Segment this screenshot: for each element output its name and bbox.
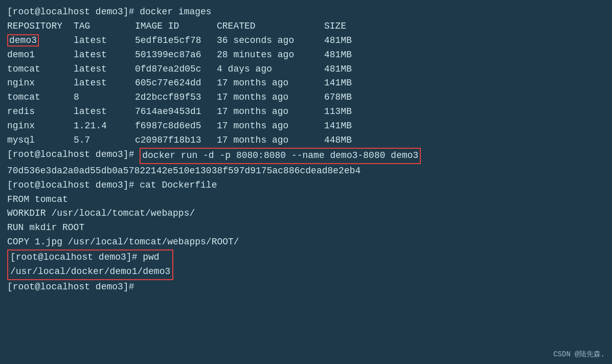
prompt: [root@localhost demo3]#: [7, 178, 140, 193]
hash-text: 70d536e3da2a0ad55db0a57822142e510e13038f…: [7, 164, 360, 178]
col-header-created: CREATED: [217, 19, 324, 34]
created-cell: 17 months ago: [217, 133, 324, 148]
tag-cell: latest: [74, 105, 135, 119]
col-header-tag: TAG: [74, 19, 135, 34]
col-header-repo: REPOSITORY: [7, 19, 74, 34]
row-mysql: mysql 5.7 c20987f18b13 17 months ago 448…: [7, 133, 605, 148]
size-cell: 481MB: [324, 62, 352, 77]
size-cell: 113MB: [324, 105, 352, 119]
repo-cell: tomcat: [7, 90, 74, 105]
col-header-size: SIZE: [324, 19, 346, 34]
line-final-prompt: [root@localhost demo3]#: [7, 280, 605, 294]
header-row: REPOSITORYTAGIMAGE IDCREATEDSIZE: [7, 19, 605, 34]
prompt: [root@localhost demo3]#: [7, 280, 140, 294]
row-tomcat-8: tomcat 8 2d2bccf89f53 17 months ago 678M…: [7, 90, 605, 105]
id-cell: 5edf81e5cf78: [135, 34, 217, 48]
tag-cell: 8: [74, 90, 135, 105]
line-cat-dockerfile: [root@localhost demo3]# cat Dockerfile: [7, 178, 605, 193]
row-nginx-1214: nginx 1.21.4 f6987c8d6ed5 17 months ago …: [7, 119, 605, 133]
id-cell: 605c77e624dd: [135, 76, 217, 90]
cmd-text: cat Dockerfile: [140, 178, 217, 193]
repo-cell: demo1: [7, 48, 74, 62]
row-nginx-latest: nginx latest 605c77e624dd 17 months ago …: [7, 76, 605, 90]
tag-cell: latest: [74, 76, 135, 90]
watermark: CSDN @陆先森.: [553, 350, 605, 359]
id-cell: 0fd87ea2d05c: [135, 62, 217, 77]
created-cell: 17 months ago: [217, 105, 324, 119]
line-copy: COPY 1.jpg /usr/local/tomcat/webapps/ROO…: [7, 235, 605, 249]
tag-cell: 1.21.4: [74, 119, 135, 133]
id-cell: 7614ae9453d1: [135, 105, 217, 119]
line-from: FROM tomcat: [7, 193, 605, 207]
line-docker-run: [root@localhost demo3]# docker run -d -p…: [7, 148, 605, 164]
row-redis: redis latest 7614ae9453d1 17 months ago …: [7, 105, 605, 119]
pwd-output-text: /usr/local/docker/demo1/demo3: [10, 265, 170, 279]
cmd-text: docker images: [140, 5, 211, 19]
size-cell: 141MB: [324, 76, 352, 90]
row-tomcat-latest: tomcat latest 0fd87ea2d05c 4 days ago 48…: [7, 62, 605, 77]
id-cell: c20987f18b13: [135, 133, 217, 148]
size-cell: 678MB: [324, 90, 352, 105]
line-run: RUN mkdir ROOT: [7, 221, 605, 235]
id-cell: f6987c8d6ed5: [135, 119, 217, 133]
created-cell: 36 seconds ago: [217, 34, 324, 48]
row-demo1: demo1 latest 501399ec87a6 28 minutes ago…: [7, 48, 605, 62]
cmd-text: pwd: [143, 251, 159, 265]
copy-text: COPY 1.jpg /usr/local/tomcat/webapps/ROO…: [7, 235, 239, 249]
created-cell: 17 months ago: [217, 119, 324, 133]
row-demo3: demo3 latest 5edf81e5cf78 36 seconds ago…: [7, 34, 605, 48]
workdir-text: WORKDIR /usr/local/tomcat/webapps/: [7, 207, 195, 221]
repo-cell: redis: [7, 105, 74, 119]
repo-cell: nginx: [7, 119, 74, 133]
col-header-id: IMAGE ID: [135, 19, 217, 34]
tag-cell: 5.7: [74, 133, 135, 148]
line-cmd-docker-images: [root@localhost demo3]# docker images: [7, 5, 605, 19]
prompt: [root@localhost demo3]#: [7, 148, 140, 164]
terminal: [root@localhost demo3]# docker images RE…: [0, 0, 612, 300]
from-text: FROM tomcat: [7, 193, 68, 207]
repo-cell: nginx: [7, 76, 74, 90]
size-cell: 481MB: [324, 34, 352, 48]
tag-cell: latest: [74, 48, 135, 62]
created-cell: 17 months ago: [217, 90, 324, 105]
line-pwd-output: /usr/local/docker/demo1/demo3: [10, 265, 170, 279]
size-cell: 448MB: [324, 133, 352, 148]
prompt: [root@localhost demo3]#: [7, 5, 140, 19]
size-cell: 481MB: [324, 48, 352, 62]
id-cell: 501399ec87a6: [135, 48, 217, 62]
docker-run-highlight: docker run -d -p 8080:8080 --name demo3-…: [140, 148, 421, 164]
size-cell: 141MB: [324, 119, 352, 133]
tag-cell: latest: [74, 62, 135, 77]
line-workdir: WORKDIR /usr/local/tomcat/webapps/: [7, 207, 605, 221]
line-hash: 70d536e3da2a0ad55db0a57822142e510e13038f…: [7, 164, 605, 178]
created-cell: 28 minutes ago: [217, 48, 324, 62]
tag-cell: latest: [74, 34, 135, 48]
repo-cell: demo3: [7, 34, 74, 48]
created-cell: 4 days ago: [217, 62, 324, 77]
id-cell: 2d2bccf89f53: [135, 90, 217, 105]
created-cell: 17 months ago: [217, 76, 324, 90]
demo3-highlight: demo3: [7, 34, 39, 47]
run-text: RUN mkdir ROOT: [7, 221, 84, 235]
prompt: [root@localhost demo3]#: [10, 251, 143, 265]
repo-cell: mysql: [7, 133, 74, 148]
repo-cell: tomcat: [7, 62, 74, 77]
line-pwd-cmd: [root@localhost demo3]# pwd: [10, 251, 170, 265]
pwd-block-highlight: [root@localhost demo3]# pwd /usr/local/d…: [7, 249, 173, 280]
